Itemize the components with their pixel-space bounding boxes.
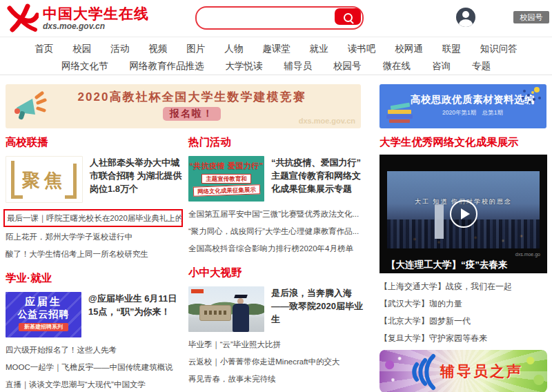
nav-item[interactable]: 校园 [72,41,91,57]
section-title: 高校联播 [6,135,183,149]
nav-item[interactable]: 辅导员 [284,58,313,75]
section-remen-huodong: 热门活动 “共抗疫情 爱国力行” 主题宣传教育和 网络文化成果征集展示 “共抗疫… [188,135,366,255]
nav-item[interactable]: 读书吧 [348,41,376,57]
nav-item[interactable]: 微在线 [383,58,411,75]
thumb-text: 网络文化成果征集展示 [193,184,259,196]
search-button[interactable] [335,8,361,25]
featured-headline[interactable]: “共抗疫情、爱国力行”主题宣传教育和网络文化成果征集展示专题 [271,156,366,202]
logo-icon [7,3,39,32]
megaphone-icon [14,91,47,123]
banner-subtitle: 2020年第1期 总第1期 [407,109,538,117]
featured-story[interactable]: 聚焦 人社部牵头举办大中城市联合招聘 为湖北提供岗位1.8万个 [6,156,183,203]
photo-logo [191,289,204,293]
dots-decoration-icon [531,91,534,94]
list-item[interactable]: “聚力同心，战疫同行”大学生心理健康教育作品... [188,225,366,237]
monument-graphic [199,305,231,321]
news-list: 最后一课｜呼院王曙光校长在2020届毕业典礼上的...陌上花开，郑州大学学子返校… [6,209,183,260]
list-item[interactable]: 酸了！大学生情侣考上同一所名校研究生 [6,248,183,260]
nav-item[interactable]: 就业 [310,41,328,57]
featured-headline[interactable]: 人社部牵头举办大中城市联合招聘 为湖北提供岗位1.8万个 [90,156,183,203]
column-middle: 热门活动 “共抗疫情 爱国力行” 主题宣传教育和 网络文化成果征集展示 “共抗疫… [188,135,366,390]
fudaoyuan-banner[interactable]: 辅导员之声 [379,350,547,392]
list-item[interactable]: 【复旦大学】守护家园等春来 [379,333,547,344]
featured-thumbnail[interactable]: “共抗疫情 爱国力行” 主题宣传教育和 网络文化成果征集展示 [188,156,264,202]
logo-subtitle: dxs.moe.gov.cn [43,21,149,31]
video-watermark: dxs.moe.go [515,252,540,257]
section-shiye: 小中大视野 是后浪，当奔腾入海——致琴院2020届毕业生 毕业季｜“云”毕业照大… [188,266,366,385]
nav-item[interactable]: 趣课堂 [262,41,290,57]
section-gaoxiao-lianbo: 高校联播 聚焦 人社部牵头举办大中城市联合招聘 为湖北提供岗位1.8万个 最后一… [6,135,183,260]
nav-item[interactable]: 校网通 [395,41,423,57]
watermark: dxs.moe.gov.cn [299,117,355,125]
main-nav: 首页校园活动视频图片人物趣课堂就业读书吧校网通联盟知识问答 网络文化节网络教育作… [0,37,552,75]
sound-wave-icon [400,353,437,391]
featured-thumbnail[interactable] [188,286,264,332]
nav-item[interactable]: 知识问答 [480,41,518,57]
thumb-text: 公益云招聘 [6,308,81,321]
banner-signup-label: 报名啦！ [163,107,221,121]
site-logo[interactable]: 中国大学生在线 dxs.moe.gov.cn [7,3,149,32]
logo-text: 中国大学生在线 dxs.moe.gov.cn [43,6,149,31]
column-right: 大学生优秀网络文化成果展示 大工 知道 你们对学校的思念 dxs.moe.go … [379,135,547,392]
featured-story[interactable]: 应届生 公益云招聘 新基建招聘系列 @应届毕业生 6月11日15点，“职”为你来… [6,292,183,337]
list-item[interactable]: MOOC一起学｜飞檐反宇——中国传统建筑概说 [6,361,183,373]
banner-title: 辅导员之声 [440,362,523,381]
nav-item[interactable]: 网络文化节 [61,58,108,75]
nav-item[interactable]: 专题 [472,58,491,75]
list-item[interactable]: 云返校｜小菁菁带你走进Minecraft中的交大 [188,355,366,368]
section-title: 小中大视野 [188,266,366,280]
featured-story[interactable]: “共抗疫情 爱国力行” 主题宣传教育和 网络文化成果征集展示 “共抗疫情、爱国力… [188,156,366,202]
list-item[interactable]: 陌上花开，郑州大学学子返校进行中 [6,231,183,243]
nav-item[interactable]: 咨询 [432,58,451,75]
nav-item[interactable]: 图片 [186,41,205,57]
news-list: 【上海交通大学】战疫，我们在一起【武汉大学】珈的力量【北京大学】圆梦新一代【复旦… [379,281,547,344]
banner-title: 高校思政优质素材资料选编 [407,93,538,106]
thumb-text: 主题宣传教育和 [201,174,251,184]
banner-text: 2020高教社杯全国大学生数学建模竞赛 报名啦！ [47,89,337,121]
nav-item[interactable]: 活动 [110,41,129,57]
search-input[interactable] [204,9,331,26]
play-icon[interactable] [450,200,477,228]
list-item[interactable]: 【上海交通大学】战疫，我们在一起 [379,281,547,293]
banner-row: 2020高教社杯全国大学生数学建模竞赛 报名啦！ dxs.moe.gov.cn … [6,84,546,128]
featured-headline[interactable]: @应届毕业生 6月11日15点，“职”为你来！ [88,292,183,337]
nav-item[interactable]: 校园号 [333,58,362,75]
banner-title: 2020高教社杯全国大学生数学建模竞赛 [47,89,337,105]
nav-item[interactable]: 大学悦读 [226,58,263,75]
list-item[interactable]: 全国第五届平安中国“三微”比赛暨优秀政法文化... [188,208,366,220]
section-title: 大学生优秀网络文化成果展示 [379,135,547,149]
thumb-ribbon: 新基建招聘系列 [19,323,68,331]
featured-headline[interactable]: 是后浪，当奔腾入海——致琴院2020届毕业生 [271,286,366,332]
featured-thumbnail[interactable]: 聚焦 [6,156,83,203]
video-player[interactable]: 大工 知道 你们对学校的思念 dxs.moe.go 【大连理工大学】“疫”去春来 [379,155,547,273]
list-item[interactable]: 四六级开始报名了！这些人先考 [6,344,183,356]
nav-row-1: 首页校园活动视频图片人物趣课堂就业读书吧校网通联盟知识问答 [0,41,552,57]
video-caption[interactable]: 【大连理工大学】“疫”去春来 [386,259,544,271]
list-item[interactable]: 【武汉大学】珈的力量 [379,298,547,310]
page: 中国大学生在线 dxs.moe.gov.cn 校园号 首页校园活动视频图片人物趣… [0,0,552,392]
featured-story[interactable]: 是后浪，当奔腾入海——致琴院2020届毕业生 [188,286,366,332]
building-graphic [435,204,444,239]
site-header: 中国大学生在线 dxs.moe.gov.cn 校园号 [0,0,552,37]
nav-item[interactable]: 首页 [34,41,53,57]
news-list: 四六级开始报名了！这些人先考MOOC一起学｜飞檐反宇——中国传统建筑概说直播｜谈… [6,344,183,391]
section-title: 学业·就业 [6,271,183,285]
list-item[interactable]: 直播｜谈谈文学思潮与“大现代”中国文学 [6,378,183,391]
list-item[interactable]: 毕业季｜“云”毕业照大比拼 [188,338,366,351]
sizheng-banner[interactable]: 高校思政优质素材资料选编 2020年第1期 总第1期 [379,84,546,128]
section-wenhua-chengguo: 大学生优秀网络文化成果展示 大工 知道 你们对学校的思念 dxs.moe.go … [379,135,547,392]
campus-account-button[interactable]: 校园号 [513,11,549,23]
nav-item[interactable]: 联盟 [442,41,461,57]
list-item-highlighted[interactable]: 最后一课｜呼院王曙光校长在2020届毕业典礼上的... [3,209,183,227]
list-item[interactable]: 【北京大学】圆梦新一代 [379,315,547,327]
user-avatar-icon[interactable] [456,8,475,27]
list-item[interactable]: 全国高校抖音综合影响力排行榜2020年4月榜单 [188,242,366,255]
nav-item[interactable]: 视频 [148,41,167,57]
list-item[interactable]: 再见青春，故事未完待续 [188,373,366,385]
featured-thumbnail[interactable]: 应届生 公益云招聘 新基建招聘系列 [6,292,81,337]
thumb-text: 聚焦 [6,168,82,193]
nav-item[interactable]: 网络教育作品推选 [130,58,204,75]
math-contest-banner[interactable]: 2020高教社杯全国大学生数学建模竞赛 报名啦！ dxs.moe.gov.cn [6,84,361,128]
nav-row-2: 网络文化节网络教育作品推选大学悦读辅导员校园号微在线咨询专题 [0,58,552,75]
nav-item[interactable]: 人物 [224,41,243,57]
